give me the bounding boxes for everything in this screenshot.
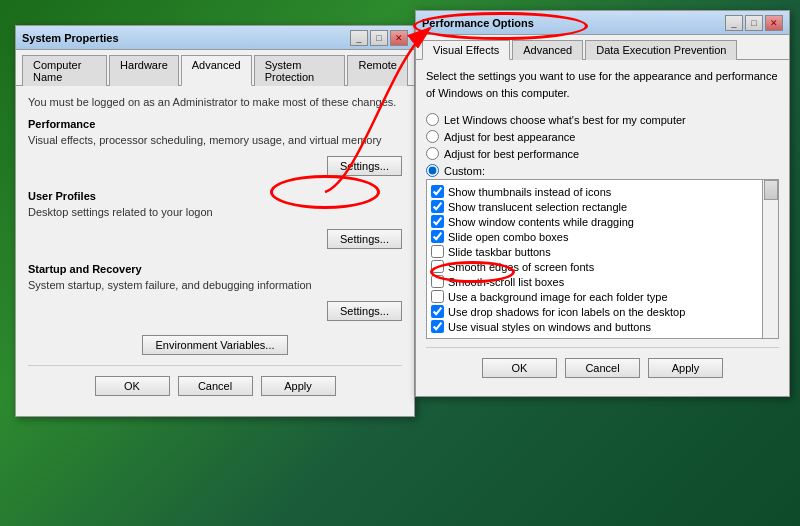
performance-section: Performance Visual effects, processor sc… [28, 118, 402, 176]
checkbox-visual-styles-label: Use visual styles on windows and buttons [448, 321, 651, 333]
user-profiles-title: User Profiles [28, 190, 402, 202]
checkbox-window-contents[interactable]: Show window contents while dragging [431, 214, 758, 229]
performance-options-title: Performance Options [422, 17, 534, 29]
tab-computer-name[interactable]: Computer Name [22, 55, 107, 86]
checkbox-translucent[interactable]: Show translucent selection rectangle [431, 199, 758, 214]
tab-data-execution[interactable]: Data Execution Prevention [585, 40, 737, 60]
system-properties-dialog: System Properties _ □ ✕ Computer Name Ha… [15, 25, 415, 417]
maximize-button[interactable]: □ [370, 30, 388, 46]
radio-best-appearance[interactable]: Adjust for best appearance [426, 128, 779, 145]
radio-best-performance-input[interactable] [426, 147, 439, 160]
perf-titlebar-buttons: _ □ ✕ [725, 15, 783, 31]
checkbox-bg-image-label: Use a background image for each folder t… [448, 291, 668, 303]
close-button[interactable]: ✕ [390, 30, 408, 46]
tab-perf-advanced[interactable]: Advanced [512, 40, 583, 60]
tab-advanced[interactable]: Advanced [181, 55, 252, 86]
sys-ok-button[interactable]: OK [95, 376, 170, 396]
checkbox-bg-image[interactable]: Use a background image for each folder t… [431, 289, 758, 304]
radio-let-windows-label: Let Windows choose what's best for my co… [444, 114, 686, 126]
titlebar-buttons: _ □ ✕ [350, 30, 408, 46]
checkbox-slide-taskbar[interactable]: Slide taskbar buttons [431, 244, 758, 259]
radio-custom-input[interactable] [426, 164, 439, 177]
radio-best-appearance-label: Adjust for best appearance [444, 131, 575, 143]
checkbox-thumbnails[interactable]: Show thumbnails instead of icons [431, 184, 758, 199]
radio-best-performance-label: Adjust for best performance [444, 148, 579, 160]
perf-cancel-button[interactable]: Cancel [565, 358, 640, 378]
user-profiles-desc: Desktop settings related to your logon [28, 205, 402, 220]
sys-apply-button[interactable]: Apply [261, 376, 336, 396]
system-properties-titlebar: System Properties _ □ ✕ [16, 26, 414, 50]
radio-best-performance[interactable]: Adjust for best performance [426, 145, 779, 162]
checkbox-translucent-label: Show translucent selection rectangle [448, 201, 627, 213]
admin-note: You must be logged on as an Administrato… [28, 96, 402, 108]
performance-title: Performance [28, 118, 402, 130]
checkbox-window-contents-label: Show window contents while dragging [448, 216, 634, 228]
perf-minimize-button[interactable]: _ [725, 15, 743, 31]
system-properties-bottom-buttons: OK Cancel Apply [28, 365, 402, 406]
tab-system-protection[interactable]: System Protection [254, 55, 346, 86]
radio-let-windows-input[interactable] [426, 113, 439, 126]
checkbox-slide-combo-label: Slide open combo boxes [448, 231, 568, 243]
checkbox-thumbnails-label: Show thumbnails instead of icons [448, 186, 611, 198]
user-profiles-section: User Profiles Desktop settings related t… [28, 190, 402, 248]
perf-close-button[interactable]: ✕ [765, 15, 783, 31]
performance-options-dialog: Performance Options _ □ ✕ Visual Effects… [415, 10, 790, 397]
checkbox-drop-shadows-label: Use drop shadows for icon labels on the … [448, 306, 685, 318]
system-properties-tabs: Computer Name Hardware Advanced System P… [16, 50, 414, 86]
env-variables-row: Environment Variables... [28, 335, 402, 355]
radio-best-appearance-input[interactable] [426, 130, 439, 143]
performance-options-titlebar: Performance Options _ □ ✕ [416, 11, 789, 35]
visual-effects-list: Show thumbnails instead of icons Show tr… [426, 179, 779, 339]
startup-recovery-settings-button[interactable]: Settings... [327, 301, 402, 321]
list-scrollbar[interactable] [762, 180, 778, 338]
tab-remote[interactable]: Remote [347, 55, 408, 86]
checkbox-smooth-scroll-label: Smooth-scroll list boxes [448, 276, 564, 288]
checkbox-slide-taskbar-label: Slide taskbar buttons [448, 246, 551, 258]
perf-ok-button[interactable]: OK [482, 358, 557, 378]
perf-desc: Select the settings you want to use for … [426, 68, 779, 101]
tab-visual-effects[interactable]: Visual Effects [422, 40, 510, 60]
startup-recovery-section: Startup and Recovery System startup, sys… [28, 263, 402, 321]
checkbox-smooth-edges-label: Smooth edges of screen fonts [448, 261, 594, 273]
performance-options-tabs: Visual Effects Advanced Data Execution P… [416, 35, 789, 60]
scroll-thumb[interactable] [764, 180, 778, 200]
tab-hardware[interactable]: Hardware [109, 55, 179, 86]
sys-cancel-button[interactable]: Cancel [178, 376, 253, 396]
checkbox-smooth-edges[interactable]: Smooth edges of screen fonts [431, 259, 758, 274]
environment-variables-button[interactable]: Environment Variables... [142, 335, 287, 355]
checkbox-slide-combo[interactable]: Slide open combo boxes [431, 229, 758, 244]
user-profiles-settings-button[interactable]: Settings... [327, 229, 402, 249]
system-properties-content: You must be logged on as an Administrato… [16, 86, 414, 416]
performance-desc: Visual effects, processor scheduling, me… [28, 133, 402, 148]
performance-settings-button[interactable]: Settings... [327, 156, 402, 176]
radio-custom[interactable]: Custom: [426, 162, 779, 179]
system-properties-title: System Properties [22, 32, 119, 44]
checkbox-drop-shadows[interactable]: Use drop shadows for icon labels on the … [431, 304, 758, 319]
perf-apply-button[interactable]: Apply [648, 358, 723, 378]
checkbox-list-content: Show thumbnails instead of icons Show tr… [427, 180, 762, 338]
performance-options-content: Select the settings you want to use for … [416, 60, 789, 396]
performance-bottom-buttons: OK Cancel Apply [426, 347, 779, 388]
radio-custom-label: Custom: [444, 165, 485, 177]
radio-let-windows[interactable]: Let Windows choose what's best for my co… [426, 111, 779, 128]
startup-recovery-title: Startup and Recovery [28, 263, 402, 275]
startup-recovery-desc: System startup, system failure, and debu… [28, 278, 402, 293]
checkbox-visual-styles[interactable]: Use visual styles on windows and buttons [431, 319, 758, 334]
checkbox-smooth-scroll[interactable]: Smooth-scroll list boxes [431, 274, 758, 289]
perf-maximize-button[interactable]: □ [745, 15, 763, 31]
minimize-button[interactable]: _ [350, 30, 368, 46]
